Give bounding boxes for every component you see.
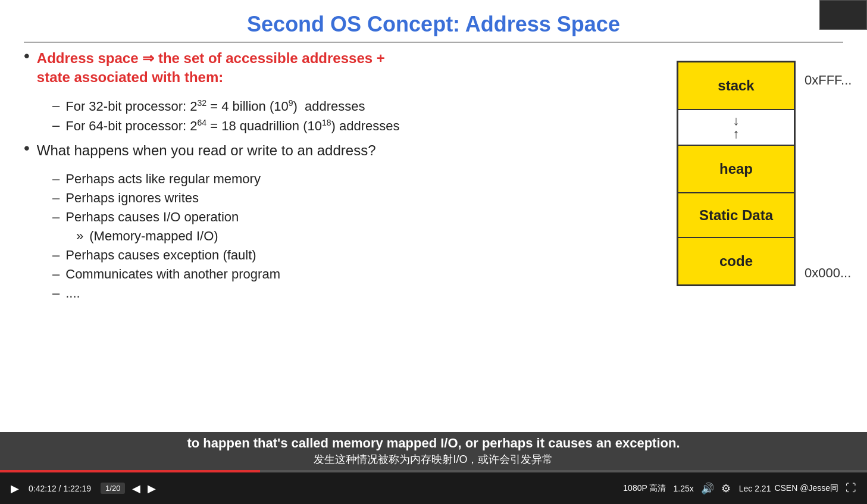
bullet2-text: What happens when you read or write to a…: [37, 141, 376, 160]
controls-row: ▶ 0:42:12 / 1:22:19 1/20 ◀ ▶ 1080P 高清 1.…: [0, 472, 867, 504]
controls-bar: ▶ 0:42:12 / 1:22:19 1/20 ◀ ▶ 1080P 高清 1.…: [0, 470, 867, 504]
bullet2-sub6-text: ....: [65, 286, 80, 301]
heap-label: heap: [719, 161, 753, 177]
content-area: • Address space ⇒ the set of accessible …: [24, 49, 843, 308]
static-data-label: Static Data: [699, 207, 773, 224]
slide-title: Second OS Concept: Address Space: [24, 12, 843, 43]
slide-counter: 1/20: [101, 483, 125, 494]
heap-block: heap: [678, 145, 794, 193]
settings-button[interactable]: ⚙: [718, 480, 734, 497]
gap-block: ↓ ↑: [678, 109, 794, 145]
bullet2-sub2-text: Perhaps ignores writes: [65, 190, 199, 206]
bullet2-sub3-sub: » (Memory-mapped I/O): [76, 228, 659, 244]
bullet2-sub3-text: Perhaps causes I/O operation: [65, 209, 239, 225]
bullet2-sub4: – Perhaps causes exception (fault): [52, 248, 659, 263]
subtitle-line1: to happen that's called memory mapped I/…: [18, 436, 849, 451]
arrow-up-icon: ↑: [733, 127, 740, 140]
username-label: CSEN @Jesse同: [774, 483, 838, 494]
lec-badge: Lec 2.21: [739, 484, 771, 493]
bullet2-sub5-text: Communicates with another program: [65, 267, 280, 282]
dash1: –: [52, 98, 60, 114]
play-button[interactable]: ▶: [7, 480, 23, 497]
dash2: –: [52, 118, 60, 133]
static-data-block: Static Data: [678, 193, 794, 237]
time-current: 0:42:12: [29, 484, 57, 493]
bullet2-main: • What happens when you read or write to…: [24, 141, 659, 160]
text-section: • Address space ⇒ the set of accessible …: [24, 49, 677, 308]
memory-diagram: stack ↓ ↑ heap Static Data code: [677, 61, 796, 286]
address-bottom-label: 0x000...: [805, 265, 851, 281]
time-display: 0:42:12 / 1:22:19: [29, 484, 91, 493]
stack-block: stack: [678, 62, 794, 109]
diagram-labels: 0xFFF... 0x000...: [805, 61, 852, 284]
bullet1-sub1: – For 32-bit processor: 232 = 4 billion …: [52, 98, 659, 114]
bullet2-sub6: – ....: [52, 286, 659, 301]
diagram-section: stack ↓ ↑ heap Static Data code: [677, 55, 843, 308]
bullet-dot-2: •: [24, 139, 30, 158]
next-slide-button[interactable]: ▶: [144, 480, 159, 497]
address-top-label: 0xFFF...: [805, 73, 852, 88]
bullet2-subitems: – Perhaps acts like regular memory – Per…: [52, 171, 659, 301]
resolution-label: 1080P 高清: [623, 483, 666, 494]
bullet1-main: • Address space ⇒ the set of accessible …: [24, 49, 659, 87]
slide-container: Second OS Concept: Address Space • Addre…: [0, 0, 867, 470]
code-block: code: [678, 237, 794, 285]
arrow-down-icon: ↓: [733, 114, 740, 127]
stack-label: stack: [718, 77, 754, 94]
bullet1-text: Address space ⇒ the set of accessible ad…: [37, 49, 385, 87]
bullet2-sub3: – Perhaps causes I/O operation: [52, 209, 659, 225]
subtitle-line2: 发生这种情况被称为内存映射I/O，或许会引发异常: [18, 452, 849, 467]
progress-bar-fill: [0, 470, 260, 472]
diagram-wrapper: stack ↓ ↑ heap Static Data code: [677, 61, 852, 286]
speed-label: 1.25x: [673, 484, 693, 493]
bullet2-sub4-text: Perhaps causes exception (fault): [65, 248, 256, 263]
bullet1-subitems: – For 32-bit processor: 232 = 4 billion …: [52, 98, 659, 134]
bullet1-sub1-text: For 32-bit processor: 232 = 4 billion (1…: [65, 98, 365, 114]
progress-bar-container[interactable]: [0, 470, 867, 472]
bullet1-sub2-text: For 64-bit processor: 264 = 18 quadrilli…: [65, 118, 399, 134]
bullet2-sub2: – Perhaps ignores writes: [52, 190, 659, 206]
bullet-dot-1: •: [24, 46, 30, 65]
code-label: code: [719, 253, 753, 270]
bullet1-sub2: – For 64-bit processor: 264 = 18 quadril…: [52, 118, 659, 134]
bullet2-sub3-sub-text: (Memory-mapped I/O): [89, 228, 218, 244]
volume-button[interactable]: 🔊: [697, 480, 718, 497]
bullet2-sub1-text: Perhaps acts like regular memory: [65, 171, 261, 187]
bullet2-sub5: – Communicates with another program: [52, 267, 659, 282]
bullet2-sub1: – Perhaps acts like regular memory: [52, 171, 659, 187]
camera-preview: [819, 0, 867, 30]
time-total: 1:22:19: [63, 484, 91, 493]
prev-slide-button[interactable]: ◀: [129, 480, 144, 497]
fullscreen-button[interactable]: ⛶: [842, 480, 860, 497]
subtitle-bar: to happen that's called memory mapped I/…: [0, 432, 867, 470]
